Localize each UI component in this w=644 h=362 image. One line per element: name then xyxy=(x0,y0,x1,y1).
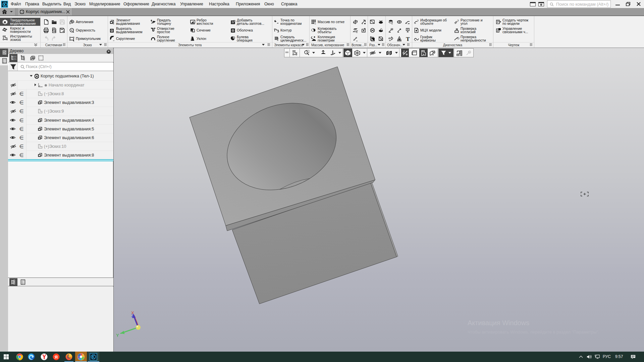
svg-text:T: T xyxy=(406,36,410,42)
svg-text:G?: G? xyxy=(457,37,460,40)
svg-text:?: ? xyxy=(417,19,419,22)
svg-text:Я: Я xyxy=(54,355,57,360)
svg-text:Z: Z xyxy=(131,313,134,318)
svg-text:?: ? xyxy=(457,19,459,22)
svg-text:Y: Y xyxy=(116,333,119,338)
svg-text:2 12: 2 12 xyxy=(14,58,16,60)
svg-text:1 11: 1 11 xyxy=(14,56,16,58)
